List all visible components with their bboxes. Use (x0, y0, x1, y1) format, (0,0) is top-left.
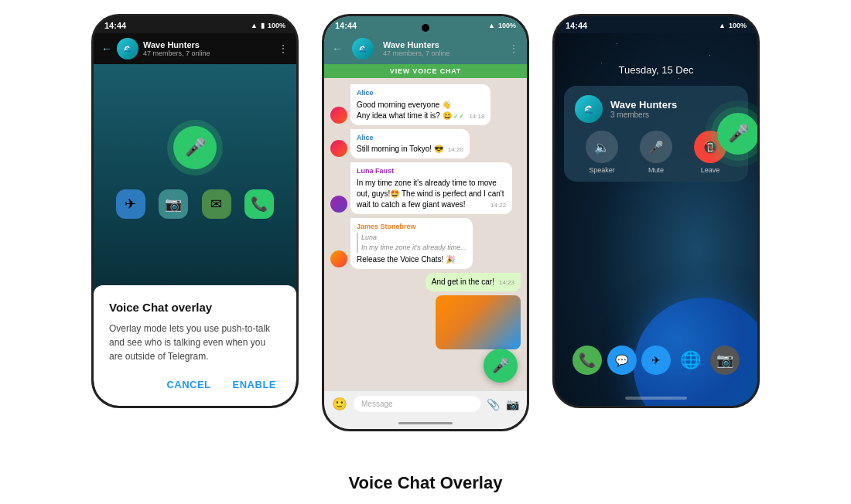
mic-icon: 🎤 (185, 138, 206, 158)
camera-punch-hole (422, 24, 429, 32)
voice-chat-overlay-dialog: Voice Chat overlay Overlay mode lets you… (94, 285, 296, 406)
phone1-time: 14:44 (104, 21, 126, 30)
push-to-talk-button[interactable]: 🎤 (717, 113, 757, 155)
message-text: Still morning in Tokyo! 😎 (357, 145, 443, 153)
voice-float-button[interactable]: 🎤 (484, 349, 518, 383)
message-bubble: And get in the car! 14:23 (426, 273, 521, 291)
speaker-icon: 🔈 (594, 140, 610, 155)
more-dots-icon[interactable]: ⋮ (508, 43, 519, 55)
dock-camera-icon[interactable]: 📷 (710, 346, 740, 375)
mute-label: Mute (648, 166, 664, 174)
page-title: Voice Chat Overlay (349, 465, 503, 504)
phone-3: 14:44 ▲ 100% Tuesday, 15 Dec 🌊 Wave Hunt… (552, 14, 760, 408)
phone1-status-icons: ▲ ▮ 100% (251, 22, 285, 29)
phone2-chat-avatar: 🌊 (352, 38, 374, 60)
dialog-body: Overlay mode lets you use push-to-talk a… (109, 322, 281, 363)
alice-avatar (330, 107, 347, 124)
voice-card-avatar: 🌊 (575, 95, 603, 123)
message-bubble: Alice Good morning everyone 👋 Any idea w… (350, 84, 490, 125)
dialog-buttons: CANCEL ENABLE (109, 376, 281, 393)
telegram-app-icon[interactable]: ✈ (116, 189, 145, 219)
phone2-status-icons: ▲ 100% (488, 22, 516, 29)
message-row: Alice Good morning everyone 👋 Any idea w… (330, 84, 521, 125)
camera-app-icon[interactable]: 📷 (159, 189, 188, 219)
speaker-button[interactable]: 🔈 (586, 131, 618, 163)
voice-chat-card: 🌊 Wave Hunters 3 members 🔈 Speaker (564, 86, 748, 182)
cancel-button[interactable]: CANCEL (162, 376, 215, 393)
phone2-chat-name: Wave Hunters (383, 40, 504, 49)
message-text2: Any idea what time it is? 😄 (357, 111, 452, 120)
message-time: 14:18 (469, 112, 484, 121)
signal-icon: ▮ (261, 22, 265, 29)
phone1-chat-header: ← 🌊 Wave Hunters 47 members, 7 online ⋮ (94, 33, 296, 64)
chat-messages: Alice Good morning everyone 👋 Any idea w… (324, 78, 527, 390)
more-dots-icon[interactable]: ⋮ (278, 43, 289, 55)
phone1-chat-name: Wave Hunters (143, 40, 278, 49)
image-message (436, 295, 521, 349)
view-voice-chat-banner[interactable]: VIEW VOICE CHAT (324, 64, 527, 78)
message-sender: James Stonebrew (357, 222, 467, 232)
message-bubble: Luna Faust In my time zone it's already … (350, 162, 512, 214)
phone1-chat-info: Wave Hunters 47 members, 7 online (143, 40, 278, 57)
phone1-app-row: ✈ 📷 ✉ 📞 (94, 182, 296, 226)
message-row (330, 295, 521, 349)
dock-chrome-icon[interactable]: 🌐 (675, 346, 705, 375)
luna-avatar (330, 196, 347, 213)
leave-label: Leave (701, 166, 720, 174)
camera-icon[interactable]: 📷 (506, 398, 519, 410)
mute-control[interactable]: 🎤 Mute (640, 131, 672, 174)
message-row: And get in the car! 14:23 (330, 273, 521, 291)
message-sender: Alice (357, 88, 484, 98)
dock-sms-icon[interactable]: 💬 (607, 346, 637, 375)
home-indicator (625, 397, 687, 400)
wifi-icon: ▲ (719, 22, 726, 29)
phone2-background: 14:44 ▲ 100% ← 🌊 Wave Hunters 47 members… (324, 16, 527, 429)
back-arrow-icon[interactable]: ← (101, 43, 112, 55)
phone1-status-bar: 14:44 ▲ ▮ 100% (94, 16, 296, 33)
voice-card-info: Wave Hunters 3 members (610, 99, 737, 119)
phone3-status-icons: ▲ 100% (719, 22, 747, 29)
back-arrow-icon[interactable]: ← (332, 43, 343, 55)
message-time: 14:22 (490, 201, 506, 209)
input-placeholder: Message (361, 400, 393, 408)
attach-icon[interactable]: 📎 (487, 398, 500, 410)
james-avatar (330, 250, 347, 267)
message-text: And get in the car! (432, 278, 494, 286)
speaker-control[interactable]: 🔈 Speaker (586, 131, 618, 174)
phone3-status-bar: 14:44 ▲ 100% (555, 16, 757, 33)
message-time: 14:20 (448, 145, 463, 154)
message-text: Good morning everyone 👋 (357, 100, 451, 109)
mute-button[interactable]: 🎤 (640, 131, 672, 163)
mail-app-icon[interactable]: ✉ (202, 189, 231, 219)
dock-phone-icon[interactable]: 📞 (572, 346, 602, 375)
message-input[interactable]: Message (354, 396, 480, 412)
phone3-dock: 📞 💬 ✈ 🌐 📷 (555, 346, 757, 375)
phone1-chat-avatar: 🌊 (117, 38, 138, 60)
message-bubble: Alice Still morning in Tokyo! 😎 14:20 (350, 129, 470, 159)
reply-preview: LunaIn my time zone it's already time... (357, 233, 467, 252)
phone-app-icon[interactable]: 📞 (244, 189, 274, 219)
message-bubble: James Stonebrew LunaIn my time zone it's… (350, 218, 473, 269)
voice-card-header: 🌊 Wave Hunters 3 members (575, 95, 737, 123)
message-sender: Luna Faust (357, 166, 506, 176)
alice-avatar (330, 140, 347, 157)
battery-icon: 100% (268, 22, 285, 29)
phone2-time: 14:44 (335, 21, 357, 30)
mic-icon: 🎤 (492, 357, 509, 374)
message-time: 14:23 (499, 278, 514, 287)
voice-card-name: Wave Hunters (610, 99, 737, 111)
home-bar-line (398, 422, 453, 424)
message-row: James Stonebrew LunaIn my time zone it's… (330, 218, 521, 269)
dock-telegram-icon[interactable]: ✈ (641, 346, 671, 375)
phone1-voice-button[interactable]: 🎤 (173, 126, 217, 169)
phones-row: 14:44 ▲ ▮ 100% ← 🌊 Wave Hunters 47 membe… (0, 0, 851, 465)
phone3-background: 14:44 ▲ 100% Tuesday, 15 Dec 🌊 Wave Hunt… (555, 16, 757, 406)
mic-icon: 🎤 (728, 124, 749, 144)
mute-icon: 🎤 (648, 140, 664, 155)
enable-button[interactable]: ENABLE (228, 376, 281, 393)
phone2-chat-header: ← 🌊 Wave Hunters 47 members, 7 online ⋮ (324, 33, 527, 64)
lock-screen-date: Tuesday, 15 Dec (555, 33, 757, 76)
emoji-button[interactable]: 🙂 (332, 397, 347, 411)
message-row: Alice Still morning in Tokyo! 😎 14:20 (330, 129, 521, 159)
phone-1: 14:44 ▲ ▮ 100% ← 🌊 Wave Hunters 47 membe… (91, 14, 299, 408)
